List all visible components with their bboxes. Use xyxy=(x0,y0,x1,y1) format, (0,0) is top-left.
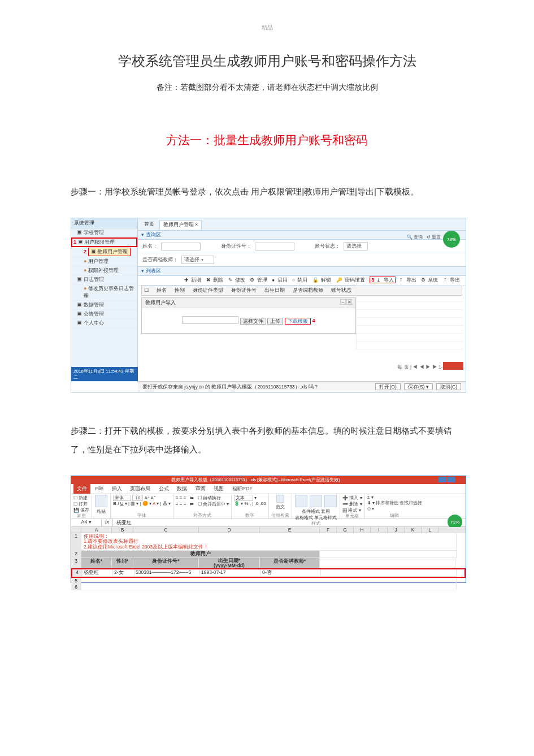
toolbar-btn[interactable]: ✖ 删除 xyxy=(206,277,224,283)
row-1-hint: 1 使用说明： 1.请不要修改表头标题行 2.建议使用Microsoft Exc… xyxy=(71,533,466,551)
min-icon[interactable] xyxy=(439,477,446,482)
font-size-select[interactable]: 10 xyxy=(132,495,143,501)
font-family-select[interactable]: 宋体 xyxy=(113,495,131,501)
tab-insert[interactable]: 插入 xyxy=(108,484,125,494)
dialog-min-icon[interactable]: – xyxy=(340,299,346,305)
group-number: 文本 ▾💲 ▾ % , | .0 .00 数字 xyxy=(232,494,269,519)
tree-user-perm[interactable]: 1 ▣ 用户权限管理 xyxy=(71,237,137,247)
ribbon-tabs: 文件 File 插入 页面布局 公式 数据 审阅 视图 福昕PDF xyxy=(71,484,466,494)
dialog-close-icon[interactable]: ✕ xyxy=(346,299,352,305)
progress-badge: 78% xyxy=(443,231,460,248)
cell-style-icon[interactable] xyxy=(324,495,337,507)
file-path-input[interactable] xyxy=(182,316,238,324)
tree-item[interactable]: ▣ 数据管理 xyxy=(71,301,137,310)
name-input[interactable] xyxy=(161,243,201,250)
step-one-text: 步骤一：用学校系统管理员帐号登录，依次点击 用户权限管理|教师用户管理|导出|下… xyxy=(71,182,463,201)
tabs: 首页 教师用户管理 × xyxy=(138,218,466,231)
group-paste: 粘贴 xyxy=(92,494,111,519)
toolbar-btn[interactable]: ✚ 新增 xyxy=(184,277,202,283)
name-box[interactable]: A4 ▾ xyxy=(71,519,102,526)
tab-review[interactable]: 审阅 xyxy=(192,484,209,494)
toolbar-btn[interactable]: ○ 禁用 xyxy=(292,277,309,283)
tab-teacher-mgmt[interactable]: 教师用户管理 × xyxy=(159,220,202,230)
open-button[interactable]: 打开(O) xyxy=(375,383,400,390)
toolbar-btn[interactable]: ● 启用 xyxy=(272,277,289,283)
row-6[interactable]: 6 xyxy=(71,584,466,590)
toolbar-btn[interactable]: ⚙ 管理 xyxy=(250,277,268,283)
step-two-text: 步骤二：打开下载的模板，按要求分别填入表中各列教师的基本信息。填的时候注意日期格… xyxy=(71,421,463,459)
max-icon[interactable] xyxy=(447,477,455,482)
tree-item[interactable]: ▣ 个人中心 xyxy=(71,319,137,328)
toolbar-btn[interactable]: 🔓 解锁 xyxy=(312,277,332,283)
group-style: 条件格式 套用 表格格式 单元格样式 样式 xyxy=(292,494,340,519)
cancel-button[interactable]: 取消(C) xyxy=(436,383,461,390)
method-one-heading: 方法一：批量生成教师用户账号和密码 xyxy=(71,132,463,148)
save-button[interactable]: 保存(S) ▾ xyxy=(404,383,433,390)
filter-row-2: 是否调档教师： 请选择 ▾ xyxy=(138,253,466,267)
row-5[interactable]: 5 xyxy=(71,578,466,584)
status-select[interactable]: 请选择 xyxy=(344,242,368,250)
tree: ▣ 学校管理 1 ▣ 用户权限管理 2 ▣ 教师用户管理 ● 用户管理 ● 权限… xyxy=(71,228,137,328)
sidebar: 系统管理 ▣ 学校管理 1 ▣ 用户权限管理 2 ▣ 教师用户管理 ● 用户管理… xyxy=(71,218,138,382)
tree-item[interactable]: ● 修改历史事务日志管理 xyxy=(71,284,137,301)
tree-item[interactable]: ● 用户管理 xyxy=(71,257,137,266)
formula-value[interactable]: 杨亚红 xyxy=(113,519,135,526)
tab-formula[interactable]: 公式 xyxy=(155,484,172,494)
callout-4: 4 xyxy=(312,318,315,323)
download-template-link[interactable]: 下载模板 xyxy=(285,318,311,325)
group-font: 宋体 10 A^ A˅ B I U ▾ | ▦ ▾ | 🟠 ▾ A ▾ | ⁂ … xyxy=(111,494,173,519)
cond-format-icon[interactable] xyxy=(295,495,307,507)
group-trans: 范文 信息检索 xyxy=(269,494,292,519)
group-edit: Σ ▾⬇ ▾ 排序和筛选 查找和选择◇ ▾ 编辑 xyxy=(365,494,425,519)
formula-bar: A4 ▾ fx 杨亚红 xyxy=(71,519,466,527)
header-tag: 精品 xyxy=(71,24,463,32)
upload-button[interactable]: 上传 xyxy=(267,318,283,325)
corner-badge xyxy=(443,362,463,370)
row-4-data[interactable]: 4 杨亚红 2-女 530381————172——5 1993-07-17 0-… xyxy=(71,568,466,578)
tab-layout[interactable]: 页面布局 xyxy=(127,484,154,494)
group-cells: ➕ 插入 ▾➖ 删除 ▾▦ 格式 ▾ 单元格 xyxy=(340,494,364,519)
sidebar-title: 系统管理 xyxy=(71,218,137,228)
browse-button[interactable]: 选择文件 xyxy=(240,318,266,325)
tab-home[interactable]: 首页 xyxy=(141,220,158,228)
screenshot-1: 系统管理 ▣ 学校管理 1 ▣ 用户权限管理 2 ▣ 教师用户管理 ● 用户管理… xyxy=(71,218,466,393)
tree-teacher-user[interactable]: 2 ▣ 教师用户管理 xyxy=(71,247,137,257)
tree-item[interactable]: ● 权限补授管理 xyxy=(71,266,137,275)
translate-icon[interactable] xyxy=(276,495,284,503)
excel-titlebar: 教师用户导入模版（20161108115733）.xls [兼容模式] - Mi… xyxy=(71,476,466,484)
dialog-title: 教师用户导入 xyxy=(145,299,176,306)
screenshot-2: 教师用户导入模版（20161108115733）.xls [兼容模式] - Mi… xyxy=(71,476,466,583)
toolbar-btn[interactable]: ✎ 修改 xyxy=(228,277,246,283)
worksheet: A B C D E F G H I J K L 1 使用说明： 1.请不要修改表… xyxy=(71,527,466,590)
note: 备注：若截图部分看不太清楚，请老师在状态栏中调大缩放比例 xyxy=(71,83,463,93)
download-bar: 要打开或保存来自 js.ynjy.cn 的 教师用户导入模版（201611081… xyxy=(138,381,466,392)
tab-file[interactable]: 文件 xyxy=(73,484,90,494)
group-align: ≡ ≡ ≡ ⇆ ☐ 自动换行≡ ≡ ≡ ⇄ ☐ 合并后居中 ▾ 对齐方式 xyxy=(173,494,232,519)
close-icon[interactable] xyxy=(455,477,463,482)
tab-pdf[interactable]: 福昕PDF xyxy=(229,484,256,494)
import-dialog: 教师用户导入 –✕ 选择文件 上传 下载模板 4 xyxy=(141,297,356,334)
ribbon: ☐ 新建☐ 打开💾 保存 常用 粘贴 宋体 10 A^ A˅ B I U ▾ |… xyxy=(71,494,466,519)
fx-icon[interactable]: fx xyxy=(102,519,113,526)
grid-empty-rows xyxy=(356,270,463,349)
col-headers: A B C D E F G H I J K L xyxy=(71,527,466,533)
paste-icon[interactable] xyxy=(95,495,107,507)
tree-item[interactable]: ▣ 日志管理 xyxy=(71,275,137,284)
tab-view[interactable]: 视图 xyxy=(210,484,227,494)
row-3-th: 3 姓名* 性别* 身份证件号* 出生日期* (yyyy-MM-dd) 是否新聘… xyxy=(71,558,466,568)
tree-item[interactable]: ▣ 公告管理 xyxy=(71,310,137,319)
table-format-icon[interactable] xyxy=(310,495,322,507)
search-reset[interactable]: 🔍 查询 ↺ 重置 xyxy=(407,234,441,240)
number-format-select[interactable]: 文本 xyxy=(234,495,253,501)
row-2-mergehead: 2 教师用户 xyxy=(71,551,466,558)
tab-data[interactable]: 数据 xyxy=(173,484,190,494)
group-common: ☐ 新建☐ 打开💾 保存 常用 xyxy=(71,494,92,519)
tab-file-en[interactable]: File xyxy=(92,485,107,493)
doc-title: 学校系统管理员生成教师用户账号和密码操作方法 xyxy=(71,52,463,70)
filter-row-1: 姓名： 身份证件号： 账号状态：请选择 xyxy=(138,240,466,253)
tree-item[interactable]: ▣ 学校管理 xyxy=(71,228,137,237)
sidebar-status: 2016年11月8日 11:54:43 星期二 xyxy=(71,367,138,381)
archive-select[interactable]: 请选择 ▾ xyxy=(181,256,214,264)
id-input[interactable] xyxy=(255,243,294,250)
